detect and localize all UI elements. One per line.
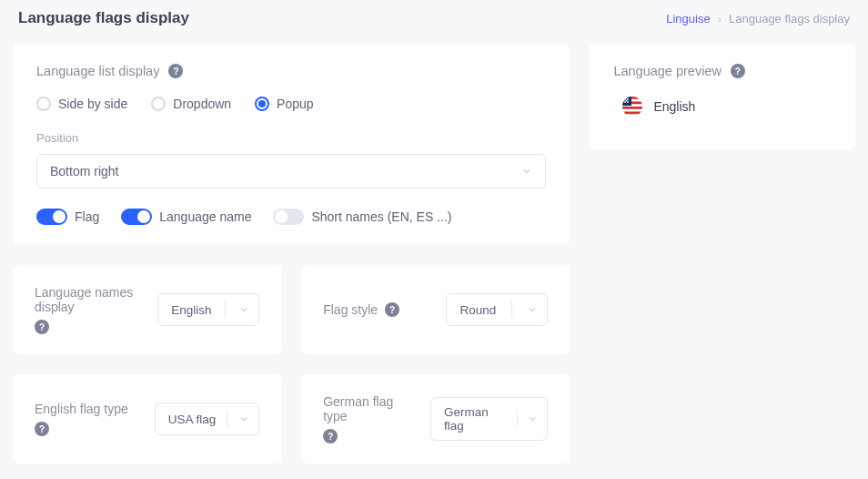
- svg-point-7: [627, 98, 629, 100]
- german-flag-type-label: German flag type: [323, 394, 414, 423]
- flag-style-value: Round: [459, 303, 496, 317]
- help-icon[interactable]: ?: [168, 64, 183, 78]
- language-list-display-title-row: Language list display ?: [36, 64, 546, 78]
- english-flag-type-label-wrap: English flag type ?: [35, 402, 128, 436]
- language-names-display-card: Language names display ? English: [13, 265, 281, 354]
- select-divider: [227, 411, 227, 427]
- radio-side-by-side[interactable]: Side by side: [36, 97, 127, 111]
- english-flag-type-label: English flag type: [35, 402, 128, 416]
- select-divider: [517, 411, 518, 427]
- help-icon[interactable]: ?: [323, 429, 338, 443]
- toggle-flag[interactable]: [36, 209, 67, 225]
- english-flag-type-value: USA flag: [168, 413, 217, 426]
- help-icon[interactable]: ?: [731, 64, 745, 78]
- svg-point-9: [627, 101, 629, 103]
- toggle-row: Flag Language name Short names (EN, ES .…: [36, 209, 546, 225]
- preview-language-item[interactable]: English: [619, 91, 832, 122]
- language-preview-title: Language preview: [613, 64, 722, 78]
- help-icon[interactable]: ?: [385, 302, 399, 317]
- radio-label: Side by side: [58, 97, 127, 111]
- page-title: Language flags display: [18, 9, 189, 27]
- flag-style-card: Flag style ? Round: [301, 265, 570, 354]
- toggle-short-names[interactable]: [273, 209, 304, 225]
- help-icon[interactable]: ?: [35, 320, 49, 334]
- preview-language-label: English: [653, 99, 695, 114]
- position-value: Bottom right: [50, 164, 118, 178]
- svg-point-8: [624, 101, 626, 103]
- position-label: Position: [36, 131, 546, 145]
- radio-label: Dropdown: [173, 97, 231, 111]
- language-names-display-select[interactable]: English: [157, 293, 259, 326]
- breadcrumb: Linguise › Language flags display: [666, 12, 850, 25]
- radio-dropdown[interactable]: Dropdown: [151, 97, 231, 111]
- german-flag-type-select[interactable]: German flag: [430, 397, 548, 441]
- toggle-language-name-item: Language name: [121, 209, 251, 225]
- radio-icon: [151, 97, 166, 111]
- flag-style-label: Flag style: [323, 302, 378, 317]
- german-flag-type-label-wrap: German flag type ?: [323, 394, 414, 443]
- english-flag-type-card: English flag type ? USA flag: [13, 374, 281, 464]
- radio-label: Popup: [277, 97, 313, 111]
- svg-point-10: [626, 100, 628, 102]
- language-list-display-card: Language list display ? Side by side Dro…: [13, 44, 570, 245]
- language-names-display-label: Language names display: [35, 285, 141, 314]
- display-mode-radio-group: Side by side Dropdown Popup: [36, 97, 546, 111]
- select-divider: [225, 301, 226, 318]
- breadcrumb-current: Language flags display: [729, 12, 850, 25]
- toggle-flag-item: Flag: [36, 209, 99, 225]
- breadcrumb-separator: ›: [718, 12, 722, 25]
- help-icon[interactable]: ?: [35, 422, 49, 436]
- language-preview-card: Language preview ?: [590, 44, 855, 149]
- select-divider: [511, 301, 512, 318]
- language-names-display-value: English: [171, 303, 211, 317]
- toggle-flag-label: Flag: [75, 209, 99, 224]
- chevron-down-icon: [238, 304, 249, 315]
- chevron-down-icon: [238, 413, 249, 424]
- english-flag-type-select[interactable]: USA flag: [155, 403, 260, 435]
- radio-icon: [36, 97, 51, 111]
- flag-style-label-wrap: Flag style ?: [323, 302, 399, 317]
- toggle-language-name-label: Language name: [159, 209, 251, 224]
- svg-rect-3: [622, 107, 642, 109]
- svg-point-6: [624, 98, 626, 100]
- chevron-down-icon: [527, 304, 538, 315]
- toggle-language-name[interactable]: [121, 209, 152, 225]
- page-header: Language flags display Linguise › Langua…: [13, 9, 855, 27]
- language-list-display-title: Language list display: [36, 64, 159, 78]
- radio-popup[interactable]: Popup: [255, 97, 313, 111]
- german-flag-type-value: German flag: [444, 405, 506, 433]
- language-preview-title-row: Language preview ?: [613, 64, 832, 78]
- breadcrumb-root-link[interactable]: Linguise: [666, 12, 710, 25]
- usa-flag-icon: [622, 97, 642, 117]
- position-select[interactable]: Bottom right: [36, 154, 546, 189]
- language-names-display-label-wrap: Language names display ?: [35, 285, 141, 334]
- flag-style-select[interactable]: Round: [446, 293, 548, 326]
- radio-icon: [255, 97, 269, 111]
- chevron-down-icon: [521, 166, 532, 177]
- toggle-short-names-item: Short names (EN, ES ...): [273, 209, 451, 225]
- toggle-short-names-label: Short names (EN, ES ...): [311, 209, 451, 224]
- german-flag-type-card: German flag type ? German flag: [301, 374, 570, 464]
- svg-rect-4: [622, 112, 642, 115]
- chevron-down-icon: [528, 413, 538, 424]
